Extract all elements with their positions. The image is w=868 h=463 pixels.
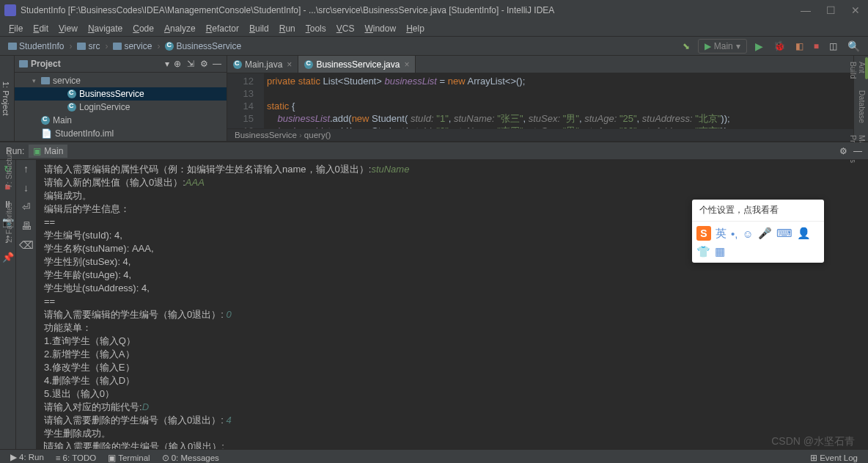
scroll-up-button[interactable]: ↑ xyxy=(23,163,29,175)
menu-help[interactable]: Help xyxy=(402,22,429,35)
scroll-from-source-icon[interactable]: ⊕ xyxy=(172,59,183,69)
menu-run[interactable]: Run xyxy=(275,22,300,35)
crumb-item[interactable]: service xyxy=(111,40,154,52)
clear-button[interactable]: ⌫ xyxy=(19,239,34,251)
editor-tab[interactable]: Main.java× xyxy=(227,56,298,73)
title-bar: StudentInfo [F:\BusinessCodes\IDEA\Manag… xyxy=(0,0,868,21)
menu-refactor[interactable]: Refactor xyxy=(202,22,243,35)
ime-keyboard-icon[interactable]: ⌨ xyxy=(776,227,792,240)
app-logo-icon xyxy=(4,4,16,16)
bottom-tab[interactable]: ⊙0: Messages xyxy=(156,451,225,464)
run-tab-label: Main xyxy=(44,146,63,156)
ime-popup[interactable]: 个性设置，点我看看 S 英 •, ☺ 🎤 ⌨ 👤 👕 ▦ xyxy=(692,200,824,263)
collapse-all-icon[interactable]: ⇲ xyxy=(185,59,196,69)
project-header: Project ▾ ⊕ ⇲ ⚙ — xyxy=(15,56,227,73)
run-config-selector[interactable]: ▶ Main ▾ xyxy=(698,39,747,54)
line-gutter: 1213141516 xyxy=(227,73,264,128)
crumb-item[interactable]: src xyxy=(75,40,102,52)
minimize-button[interactable]: — xyxy=(801,5,811,15)
menu-view[interactable]: View xyxy=(54,22,82,35)
crumb-item[interactable]: BusinessService xyxy=(163,40,243,52)
project-panel: Project ▾ ⊕ ⇲ ⚙ — ▾serviceBusinessServic… xyxy=(15,56,227,141)
ime-skin-icon[interactable]: 👕 xyxy=(696,245,710,258)
crumb-item[interactable]: StudentInfo xyxy=(6,40,66,52)
tree-item[interactable]: LoginService xyxy=(15,101,227,114)
bottom-tool-tabs: ▶4: Run≡6: TODO▣Terminal⊙0: Messages⊞Eve… xyxy=(0,449,868,463)
tree-item[interactable]: BusinessService xyxy=(15,87,227,101)
search-icon[interactable]: 🔍 xyxy=(845,39,862,54)
left-tool-strip: 7: Structure 2: Favorites xyxy=(0,141,15,250)
tree-item[interactable]: 📄StudentInfo.iml xyxy=(15,127,227,140)
project-header-label: Project xyxy=(31,59,162,69)
hide-icon[interactable]: — xyxy=(212,59,222,69)
stop-button[interactable]: ■ xyxy=(812,40,821,53)
menu-file[interactable]: File xyxy=(4,22,27,35)
ime-user-icon[interactable]: 👤 xyxy=(797,227,811,240)
maximize-button[interactable]: ☐ xyxy=(825,5,836,15)
close-button[interactable]: ✕ xyxy=(850,5,861,15)
tree-item[interactable]: ▾service xyxy=(15,74,227,87)
run-config-label: Main xyxy=(714,41,733,51)
editor-area: Main.java×BusinessService.java× 12131415… xyxy=(227,56,853,141)
run-tool-window: Run: ▣ Main ⚙ — ↻ ■ ⏸ 📷 ⤴ 📌 ↑ ↓ ⏎ 🖶 ⌫ 请输… xyxy=(0,141,868,449)
scroll-down-button[interactable]: ↓ xyxy=(23,182,29,194)
debug-button[interactable]: 🐞 xyxy=(771,39,787,53)
run-side-toolbar-2: ↑ ↓ ⏎ 🖶 ⌫ xyxy=(16,160,37,449)
code-editor[interactable]: private static List<Student> businessLis… xyxy=(264,73,853,128)
bottom-tab[interactable]: ≡6: TODO xyxy=(50,452,102,464)
tab-close-icon[interactable]: × xyxy=(287,59,292,70)
project-tree[interactable]: ▾serviceBusinessServiceLoginServiceMain📄… xyxy=(15,73,227,141)
editor-breadcrumb[interactable]: BusinessService›query() xyxy=(227,128,853,141)
tab-close-icon[interactable]: × xyxy=(404,59,409,70)
breadcrumb: StudentInfo›src›service›BusinessService xyxy=(6,40,243,52)
project-icon xyxy=(19,60,28,68)
menu-vcs[interactable]: VCS xyxy=(332,22,359,35)
run-hide-icon[interactable]: — xyxy=(853,146,862,156)
sogou-logo-icon[interactable]: S xyxy=(696,226,711,241)
gear-icon[interactable]: ⚙ xyxy=(199,59,209,69)
run-tab-main[interactable]: ▣ Main xyxy=(29,145,67,158)
window-title: StudentInfo [F:\BusinessCodes\IDEA\Manag… xyxy=(21,5,801,15)
database-tab[interactable]: Database xyxy=(854,84,868,129)
menu-bar: FileEditViewNavigateCodeAnalyzeRefactorB… xyxy=(0,21,868,37)
menu-window[interactable]: Window xyxy=(360,22,400,35)
ime-emoji-icon[interactable]: ☺ xyxy=(742,227,753,240)
ime-lang-icon[interactable]: 英 xyxy=(716,227,727,241)
menu-tools[interactable]: Tools xyxy=(301,22,331,35)
menu-navigate[interactable]: Navigate xyxy=(84,22,127,35)
ime-toolbox-icon[interactable]: ▦ xyxy=(715,245,725,258)
chevron-down-icon: ▾ xyxy=(736,41,740,51)
soft-wrap-button[interactable]: ⏎ xyxy=(22,201,31,213)
favorites-tab[interactable]: 2: Favorites xyxy=(0,195,15,250)
watermark: CSDN @水坚石青 xyxy=(771,435,855,448)
ime-voice-icon[interactable]: 🎤 xyxy=(758,227,772,240)
menu-edit[interactable]: Edit xyxy=(29,22,53,35)
editor-tabs: Main.java×BusinessService.java× xyxy=(227,56,853,73)
structure-tab[interactable]: 7: Structure xyxy=(0,141,15,195)
run-settings-icon[interactable]: ⚙ xyxy=(839,146,847,156)
layout-button[interactable]: ◫ xyxy=(827,40,839,53)
menu-analyze[interactable]: Analyze xyxy=(160,22,200,35)
build-button[interactable]: ⬊ xyxy=(680,40,692,53)
project-tool-window-tab[interactable]: 1: Project xyxy=(0,56,15,141)
nav-bar: StudentInfo›src›service›BusinessService … xyxy=(0,37,868,56)
run-button[interactable]: ▶ xyxy=(753,39,765,54)
event-log-button[interactable]: ⊞Event Log xyxy=(804,451,864,464)
ime-header: 个性设置，点我看看 xyxy=(692,200,824,222)
print-button[interactable]: 🖶 xyxy=(21,220,32,232)
editor-tab[interactable]: BusinessService.java× xyxy=(298,56,416,73)
run-header: Run: ▣ Main ⚙ — xyxy=(0,142,868,160)
menu-code[interactable]: Code xyxy=(128,22,158,35)
ime-punct-icon[interactable]: •, xyxy=(731,227,738,240)
menu-build[interactable]: Build xyxy=(245,22,273,35)
ime-toolbar: S 英 •, ☺ 🎤 ⌨ 👤 👕 ▦ xyxy=(692,222,824,263)
tree-item[interactable]: Main xyxy=(15,114,227,127)
bottom-tab[interactable]: ▣Terminal xyxy=(102,451,155,464)
bottom-tab[interactable]: ▶4: Run xyxy=(4,451,50,464)
pin-button[interactable]: 📌 xyxy=(2,251,14,263)
coverage-button[interactable]: ◧ xyxy=(793,40,806,53)
